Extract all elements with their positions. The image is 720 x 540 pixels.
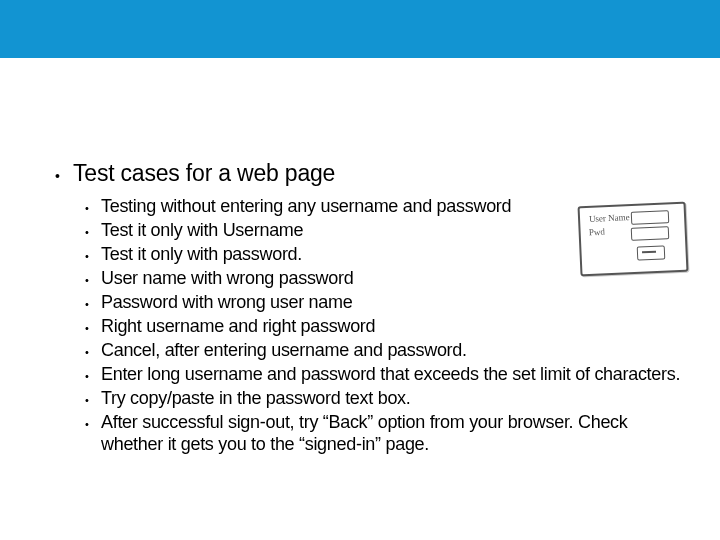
list-item: •Cancel, after entering username and pas… — [85, 339, 685, 363]
bullet-icon: • — [85, 293, 101, 315]
bullet-icon: • — [85, 269, 101, 291]
sketch-password-box — [631, 226, 670, 241]
title-bar — [0, 0, 720, 58]
bullet-icon: • — [85, 341, 101, 363]
bullet-icon: • — [85, 413, 101, 435]
bullet-icon: • — [85, 197, 101, 219]
list-item: •Enter long username and password that e… — [85, 363, 685, 387]
bullet-icon: • — [55, 163, 73, 189]
list-item: •After successful sign-out, try “Back” o… — [85, 411, 685, 455]
list-item: •Right username and right password — [85, 315, 685, 339]
sketch-ok-button — [637, 245, 666, 260]
bullet-icon: • — [85, 245, 101, 267]
list-item: •Password with wrong user name — [85, 291, 685, 315]
bullet-icon: • — [85, 221, 101, 243]
sketch-username-box — [631, 210, 670, 225]
heading-row: • Test cases for a web page — [55, 160, 685, 189]
heading-text: Test cases for a web page — [73, 160, 335, 187]
slide: • Test cases for a web page •Testing wit… — [0, 0, 720, 540]
sketch-label-password: Pwd — [589, 228, 605, 238]
bullet-icon: • — [85, 389, 101, 411]
bullet-icon: • — [85, 365, 101, 387]
login-form-sketch: User Name Pwd — [575, 200, 690, 278]
sketch-label-username: User Name — [589, 213, 630, 224]
list-item: •Try copy/paste in the password text box… — [85, 387, 685, 411]
bullet-icon: • — [85, 317, 101, 339]
